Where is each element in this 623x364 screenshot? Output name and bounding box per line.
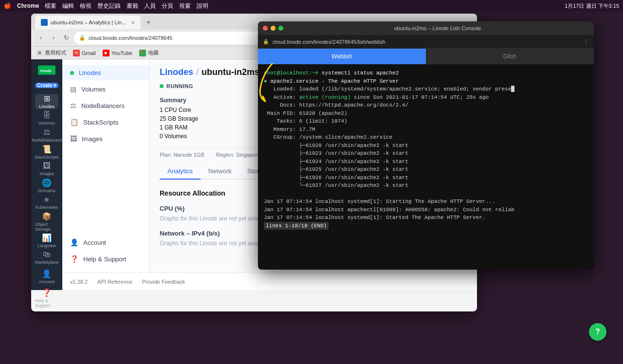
term-line-8: CGroup: /system.slice/apache2.service: [264, 133, 588, 142]
left-nav-help-label: Help & Support: [83, 255, 126, 263]
sidebar-domains-label: Domains: [38, 188, 55, 193]
help-nav-icon: ❓: [70, 255, 78, 263]
glish-label: Glish: [503, 53, 516, 60]
lish-terminal[interactable]: root@localhost:~# systemctl status apach…: [258, 64, 594, 270]
lish-console-window: ubuntu-in2ms – Linode Lish Console 🔒 clo…: [258, 21, 594, 270]
longview-icon: 📊: [42, 233, 52, 242]
resource-allocation-title: Resource Allocation: [160, 189, 225, 197]
sidebar-object-storage-label: Object Storage: [35, 222, 58, 232]
left-nav-nodebalancers[interactable]: ⚖ NodeBalancers: [62, 98, 149, 113]
plan-value: Nanode 1GB: [173, 152, 204, 158]
apps-icon: ⊞: [36, 50, 43, 56]
term-line-4: Docs: https://httpd.apache.org/docs/2.4/: [264, 101, 588, 109]
nodebalancers-icon: ⚖: [43, 127, 50, 137]
term-line-18: Jan 17 07:14:54 localhost systemd[1]: St…: [264, 214, 588, 222]
lish-menu-icon[interactable]: ⋮: [583, 38, 589, 45]
forward-button[interactable]: ›: [49, 33, 58, 43]
api-reference-link[interactable]: API Reference: [97, 279, 132, 285]
left-nav-account[interactable]: 👤 Account: [62, 235, 149, 250]
term-line-12: ├─61925 /usr/sbin/apache2 -k start: [264, 165, 588, 174]
sidebar-item-help[interactable]: ❓ Help & Support: [35, 288, 58, 308]
sidebar-longview-label: Longview: [37, 243, 56, 248]
bookmark-apps-label: 應用程式: [45, 49, 66, 56]
term-line-15: [264, 190, 588, 198]
kubernetes-icon: ⎈: [44, 195, 49, 204]
left-nav: Linodes ▤ Volumes ⚖ NodeBalancers 📋 Stac…: [62, 59, 150, 273]
sidebar-item-stackscripts[interactable]: 📜 StackScripts: [35, 145, 58, 160]
lish-title: ubuntu-in2ms – Linode Lish Console: [286, 25, 589, 31]
sidebar-item-volumes[interactable]: 🗄 Volumes: [35, 111, 58, 126]
sidebar-item-linodes[interactable]: ⊞ Linodes: [35, 94, 58, 109]
menubar-time: 1月17日 週日 下午3:15: [565, 2, 619, 10]
create-label: Create ▾: [37, 83, 56, 88]
left-nav-linodes[interactable]: Linodes: [62, 65, 149, 80]
lish-tab-glish[interactable]: Glish: [426, 49, 594, 64]
tab-menu[interactable]: 分頁: [162, 2, 173, 10]
sidebar-item-object-storage[interactable]: 📦 Object Storage: [35, 212, 58, 231]
bookmark-maps[interactable]: 📍 地圖: [139, 49, 159, 56]
lish-tab-weblish[interactable]: Weblish: [258, 49, 426, 64]
left-nav-help[interactable]: ❓ Help & Support: [62, 251, 149, 267]
reload-button[interactable]: ↻: [61, 33, 71, 43]
sidebar-item-kubernetes[interactable]: ⎈ Kubernetes: [35, 195, 58, 210]
tab-network[interactable]: Network: [201, 164, 239, 180]
chrome-menu[interactable]: Chrome: [17, 2, 39, 9]
lish-close-button[interactable]: [263, 26, 268, 31]
sidebar-images-label: Images: [39, 171, 54, 176]
left-nav-ss-label: StackScripts: [83, 119, 118, 126]
term-line-1: ● apache2.service - The Apache HTTP Serv…: [264, 77, 588, 86]
left-nav-volumes[interactable]: ▤ Volumes: [62, 81, 149, 97]
browser-tab[interactable]: ubuntu-in2ms – Analytics | Lin... ✕: [35, 16, 141, 29]
term-line-16: Jan 17 07:14:54 localhost systemd[1]: St…: [264, 198, 588, 206]
sidebar-help-label: Help & Support: [35, 298, 58, 308]
tab-analytics[interactable]: Analytics: [160, 164, 201, 180]
window-menu[interactable]: 視窗: [179, 2, 191, 10]
term-line-3: Active: active (running) since Sun 2021-…: [264, 93, 588, 102]
bookmarks-menu[interactable]: 書籤: [127, 2, 138, 10]
lish-url-text: cloud.linode.com/linodes/24078645/lish/w…: [273, 39, 385, 45]
left-nav-stackscripts[interactable]: 📋 StackScripts: [62, 114, 149, 130]
term-line-6: Tasks: 6 (limit: 1074): [264, 117, 588, 126]
create-button[interactable]: Create ▾: [35, 83, 58, 88]
bookmark-apps[interactable]: ⊞ 應用程式: [36, 49, 66, 56]
left-nav-nb-label: NodeBalancers: [81, 102, 125, 109]
new-tab-button[interactable]: +: [142, 16, 155, 29]
breadcrumb-current: ubuntu-in2ms: [202, 67, 259, 77]
history-menu[interactable]: 歷史記錄: [97, 2, 121, 10]
bookmark-youtube[interactable]: ▶ YouTube: [103, 50, 132, 56]
sidebar-item-domains[interactable]: 🌐 Domains: [35, 178, 58, 193]
provide-feedback-link[interactable]: Provide Feedback: [142, 279, 185, 285]
mac-menubar: 🍎 Chrome 檔案 編輯 檢視 歷史記錄 書籤 人員 分頁 視窗 說明 1月…: [0, 0, 623, 12]
people-menu[interactable]: 人員: [144, 2, 156, 10]
sidebar-item-longview[interactable]: 📊 Longview: [35, 233, 58, 248]
lish-url-bar: 🔒 cloud.linode.com/linodes/24078645/lish…: [258, 35, 594, 49]
sidebar-item-images[interactable]: 🖼 Images: [35, 162, 58, 176]
edit-menu[interactable]: 編輯: [62, 2, 74, 10]
svg-text:linode: linode: [40, 69, 52, 73]
lish-maximize-button[interactable]: [278, 26, 283, 31]
help-menu[interactable]: 說明: [197, 2, 208, 10]
acct-nav-icon: 👤: [70, 238, 78, 246]
sidebar-item-account[interactable]: 👤 Account: [35, 267, 58, 286]
left-nav-images[interactable]: 🖼 Images: [62, 131, 149, 146]
left-nav-account-label: Account: [83, 239, 106, 246]
back-button[interactable]: ‹: [36, 33, 46, 43]
breadcrumb-link[interactable]: Linodes: [160, 67, 193, 77]
view-menu[interactable]: 檢視: [80, 2, 92, 10]
file-menu[interactable]: 檔案: [45, 2, 56, 10]
linode-logo[interactable]: linode: [37, 65, 56, 75]
bookmark-gmail[interactable]: M Gmail: [73, 50, 96, 56]
account-icon: 👤: [42, 269, 52, 278]
tab-close-button[interactable]: ✕: [131, 20, 135, 25]
sidebar-kubernetes-label: Kubernetes: [36, 205, 58, 210]
sidebar-item-marketplace[interactable]: 🛍 Marketplace: [35, 250, 58, 265]
term-line-0: root@localhost:~# systemctl status apach…: [264, 69, 588, 77]
sidebar-item-nodebalancers[interactable]: ⚖ NodeBalancers: [35, 127, 58, 143]
stackscripts-icon: 📜: [42, 145, 52, 154]
apple-menu[interactable]: 🍎: [4, 2, 11, 9]
lish-minimize-button[interactable]: [271, 26, 275, 31]
sidebar-marketplace-label: Marketplace: [35, 260, 58, 265]
help-button[interactable]: ?: [589, 323, 606, 341]
lish-titlebar: ubuntu-in2ms – Linode Lish Console: [258, 21, 594, 35]
term-line-14: └─61927 /usr/sbin/apache2 -k start: [264, 182, 588, 190]
